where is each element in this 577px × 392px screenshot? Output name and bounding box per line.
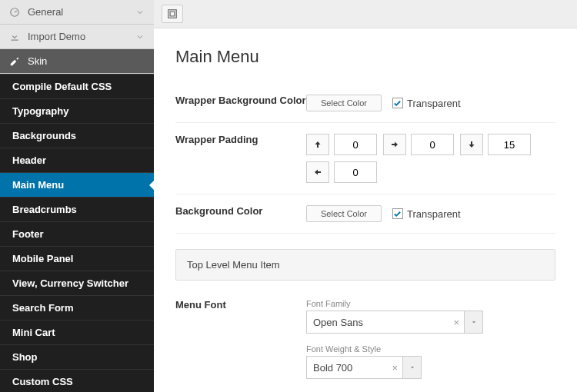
sidebar-item-label: Footer xyxy=(12,228,43,240)
chevron-down-icon xyxy=(135,8,145,17)
sidebar-item-label: Backgrounds xyxy=(12,130,76,141)
sidebar-item-custom-css[interactable]: Custom CSS xyxy=(0,369,154,392)
sidebar-item-backgrounds[interactable]: Backgrounds xyxy=(0,123,154,148)
sidebar-item-breadcrumbs[interactable]: Breadcrumbs xyxy=(0,197,154,221)
download-icon xyxy=(9,32,22,42)
padding-bottom-input[interactable] xyxy=(488,134,531,155)
sidebar-item-label: Custom CSS xyxy=(12,376,73,387)
svg-rect-4 xyxy=(170,12,175,16)
arrow-right-icon[interactable] xyxy=(383,134,406,155)
sidebar-item-label: Mobile Panel xyxy=(12,253,73,264)
sidebar-item-label: Compile Default CSS xyxy=(12,81,112,92)
sidebar-item-label: Search Form xyxy=(12,302,73,314)
checkbox-icon xyxy=(392,98,403,108)
sidebar-item-label: View, Currency Switcher xyxy=(12,277,128,289)
font-family-select[interactable]: Open Sans× xyxy=(306,311,483,334)
arrow-down-icon[interactable] xyxy=(460,134,483,155)
field-background-color: Background Color Select Color Transparen… xyxy=(175,194,555,234)
topbar xyxy=(154,0,577,28)
sidebar-section-label: Import Demo xyxy=(28,31,85,42)
sidebar-item-compile-default-css[interactable]: Compile Default CSS xyxy=(0,74,154,98)
transparent-checkbox-wrap[interactable]: Transparent xyxy=(392,208,461,220)
field-label: Menu Font xyxy=(175,299,306,392)
select-value: Bold 700 xyxy=(313,362,352,374)
field-wrapper-padding: Wrapper Padding xyxy=(175,123,555,194)
transparent-checkbox-wrap[interactable]: Transparent xyxy=(392,98,461,109)
sidebar-item-mini-cart[interactable]: Mini Cart xyxy=(0,320,154,344)
padding-bottom-group xyxy=(460,134,531,155)
clear-icon[interactable]: × xyxy=(453,317,459,328)
padding-left-group xyxy=(306,161,377,183)
content: Main Menu Wrapper Background Color Selec… xyxy=(154,28,577,392)
sidebar-item-typography[interactable]: Typography xyxy=(0,98,154,123)
chevron-down-icon xyxy=(135,32,145,42)
field-label: Background Color xyxy=(175,205,306,222)
font-weight-select[interactable]: Bold 700× xyxy=(306,356,422,379)
padding-left-input[interactable] xyxy=(334,161,377,183)
main-panel: Main Menu Wrapper Background Color Selec… xyxy=(154,0,577,392)
sidebar-item-label: Header xyxy=(12,154,46,166)
app-root: General Import Demo Skin Compile Default… xyxy=(0,0,577,392)
sidebar-item-label: Shop xyxy=(12,351,38,363)
chevron-down-icon[interactable] xyxy=(403,356,422,379)
sidebar-item-footer[interactable]: Footer xyxy=(0,221,154,246)
svg-rect-3 xyxy=(168,10,177,18)
sidebar-section-label: Skin xyxy=(28,55,47,67)
page-title: Main Menu xyxy=(175,47,555,67)
sidebar-item-label: Mini Cart xyxy=(12,327,55,338)
field-menu-font: Menu Font Font Family Open Sans× Font We… xyxy=(175,288,555,392)
arrow-up-icon[interactable] xyxy=(306,134,329,155)
expand-button[interactable] xyxy=(162,5,183,23)
sidebar-item-shop[interactable]: Shop xyxy=(0,344,154,369)
padding-top-group xyxy=(306,134,377,155)
sidebar-item-header[interactable]: Header xyxy=(0,148,154,172)
sidebar-section-skin[interactable]: Skin xyxy=(0,49,154,74)
transparent-label: Transparent xyxy=(407,208,461,220)
chevron-down-icon[interactable] xyxy=(465,311,483,334)
brush-icon xyxy=(9,56,22,67)
sidebar-item-label: Breadcrumbs xyxy=(12,204,77,215)
select-color-button[interactable]: Select Color xyxy=(306,205,382,222)
transparent-label: Transparent xyxy=(407,98,461,109)
field-wrapper-background-color: Wrapper Background Color Select Color Tr… xyxy=(175,84,555,123)
dashboard-icon xyxy=(9,7,22,18)
arrow-left-icon[interactable] xyxy=(306,161,329,183)
sidebar: General Import Demo Skin Compile Default… xyxy=(0,0,154,392)
sidebar-item-mobile-panel[interactable]: Mobile Panel xyxy=(0,246,154,271)
expand-icon xyxy=(167,8,178,19)
field-label: Wrapper Background Color xyxy=(175,95,306,111)
sidebar-section-import-demo[interactable]: Import Demo xyxy=(0,25,154,49)
font-weight-label: Font Weight & Style xyxy=(306,344,422,354)
sidebar-section-label: General xyxy=(28,6,63,18)
sidebar-item-view-currency-switcher[interactable]: View, Currency Switcher xyxy=(0,271,154,295)
font-family-label: Font Family xyxy=(306,299,483,308)
padding-right-input[interactable] xyxy=(411,134,454,155)
select-value: Open Sans xyxy=(313,317,363,328)
sidebar-item-search-form[interactable]: Search Form xyxy=(0,295,154,320)
sidebar-item-label: Typography xyxy=(12,105,68,117)
select-color-button[interactable]: Select Color xyxy=(306,95,382,111)
checkbox-icon xyxy=(392,208,403,219)
padding-right-group xyxy=(383,134,454,155)
sidebar-item-label: Main Menu xyxy=(12,179,64,191)
section-heading-top-level: Top Level Menu Item xyxy=(175,249,555,281)
padding-top-input[interactable] xyxy=(334,134,377,155)
sidebar-item-main-menu[interactable]: Main Menu xyxy=(0,172,154,197)
field-label: Wrapper Padding xyxy=(175,134,306,183)
sidebar-section-general[interactable]: General xyxy=(0,0,154,25)
clear-icon[interactable]: × xyxy=(392,362,398,374)
